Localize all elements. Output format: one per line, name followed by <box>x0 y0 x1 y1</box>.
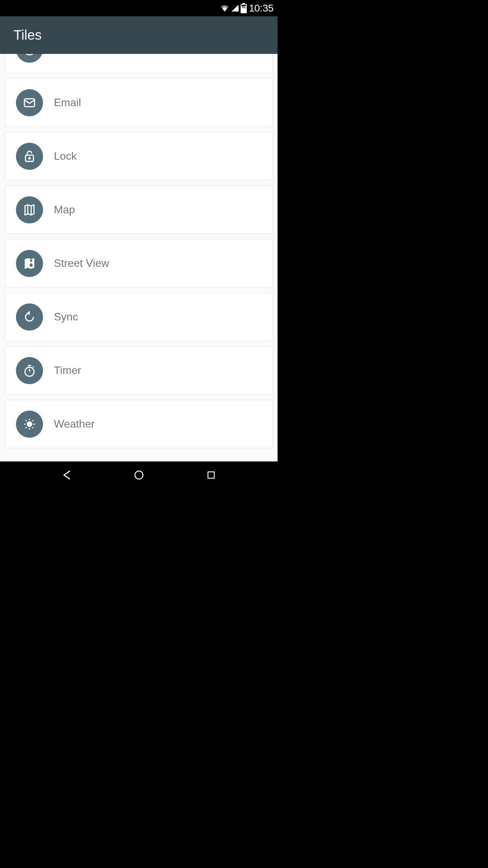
tile-label: Camera <box>54 54 93 55</box>
tile-weather[interactable]: Weather <box>5 400 273 448</box>
tile-label: Timer <box>54 364 81 377</box>
wifi-icon <box>220 5 229 12</box>
tile-label: Lock <box>54 150 77 162</box>
svg-line-14 <box>33 427 34 428</box>
status-time: 10:35 <box>249 2 273 14</box>
nav-recents-button[interactable] <box>187 467 235 484</box>
recents-icon <box>206 470 216 480</box>
map-icon <box>16 196 43 223</box>
tile-sync[interactable]: Sync <box>5 293 273 341</box>
tile-timer[interactable]: Timer <box>5 346 273 395</box>
svg-point-17 <box>135 471 143 479</box>
email-icon <box>16 89 43 116</box>
app-bar: Tiles <box>0 16 278 54</box>
weather-icon <box>16 411 43 438</box>
svg-line-16 <box>33 420 34 421</box>
tile-camera[interactable]: Camera <box>5 54 273 73</box>
home-icon <box>134 470 144 480</box>
nav-back-button[interactable] <box>43 467 90 484</box>
back-icon <box>61 469 73 481</box>
tile-label: Street View <box>54 257 109 270</box>
svg-point-3 <box>30 259 33 262</box>
sync-icon <box>16 303 43 331</box>
battery-level: 91 <box>241 5 247 9</box>
tile-list: Camera Email Lock Map Street View <box>0 54 278 461</box>
tile-label: Map <box>54 203 75 216</box>
tile-lock[interactable]: Lock <box>5 132 273 180</box>
svg-line-13 <box>25 420 26 421</box>
street-view-icon <box>16 250 43 277</box>
svg-line-15 <box>25 427 26 428</box>
tile-label: Email <box>54 96 81 109</box>
tile-street-view[interactable]: Street View <box>5 239 273 288</box>
status-icons: 91 10:35 <box>220 2 273 14</box>
tile-label: Sync <box>54 311 78 323</box>
camera-icon <box>16 54 43 63</box>
svg-point-8 <box>27 421 32 427</box>
svg-rect-18 <box>208 472 214 478</box>
tile-map[interactable]: Map <box>5 185 273 234</box>
svg-line-7 <box>33 366 34 367</box>
lock-icon <box>16 143 43 170</box>
tile-email[interactable]: Email <box>5 78 273 127</box>
tile-label: Weather <box>54 418 95 430</box>
nav-bar <box>0 461 278 488</box>
page-title: Tiles <box>14 27 42 43</box>
nav-home-button[interactable] <box>115 467 163 484</box>
battery-icon: 91 <box>241 3 247 13</box>
timer-icon <box>16 357 43 384</box>
svg-point-2 <box>28 157 30 159</box>
status-bar: 91 10:35 <box>0 0 278 16</box>
signal-icon <box>231 5 239 12</box>
